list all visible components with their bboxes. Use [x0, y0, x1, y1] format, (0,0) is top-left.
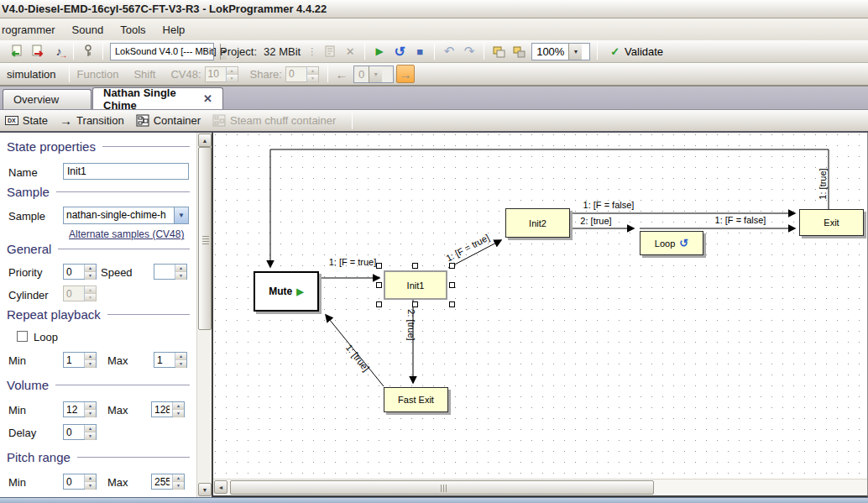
menu-sound[interactable]: Sound — [64, 20, 112, 39]
tab-nathan-single-chime[interactable]: Nathan Single Chime ✕ — [92, 87, 223, 109]
priority-stepper[interactable]: ▲▼ — [63, 264, 97, 280]
spin-buttons[interactable]: ▲▼ — [84, 474, 96, 489]
spin-down-icon[interactable]: ▼ — [85, 482, 96, 490]
spin-up-icon[interactable]: ▲ — [85, 286, 96, 294]
undo-button[interactable]: ↶ — [440, 42, 458, 60]
sound-flow-canvas[interactable]: 1: [true] 1: [F = true] 1: [F = true] 1:… — [212, 133, 868, 497]
close-tab-icon[interactable]: ✕ — [195, 92, 212, 105]
repeat-max-stepper[interactable]: ▲▼ — [154, 352, 187, 368]
spin-down-icon[interactable]: ▼ — [85, 432, 96, 440]
write-project-button[interactable] — [28, 42, 48, 60]
programmer-interface-button[interactable] — [79, 42, 97, 60]
spin-down-icon[interactable]: ▼ — [173, 410, 184, 417]
stop-button[interactable]: ■ — [410, 42, 429, 60]
canvas-hscrollbar[interactable]: ◄ — [213, 479, 867, 495]
add-steam-chuff-container-tool[interactable]: Steam chuff container — [212, 114, 336, 127]
play-button[interactable]: ▶ — [370, 42, 389, 60]
step-select[interactable]: 0 ▼ — [353, 65, 394, 83]
pitch-min-stepper[interactable]: ▲▼ — [63, 474, 97, 490]
menu-tools[interactable]: Tools — [112, 20, 154, 39]
tab-overview[interactable]: Overview — [3, 89, 92, 109]
spin-up-icon[interactable]: ▲ — [175, 265, 186, 272]
spin-down-icon[interactable]: ▼ — [85, 272, 96, 280]
delay-input[interactable] — [64, 425, 84, 439]
spin-buttons[interactable]: ▲▼ — [172, 402, 184, 417]
function-button-disabled[interactable]: Function — [77, 68, 119, 81]
add-transition-tool[interactable]: → Transition — [60, 113, 124, 128]
menu-programmer[interactable]: rogrammer — [0, 20, 64, 39]
properties-scrollbar[interactable]: ▲ ▼ — [196, 133, 212, 497]
open-project-button[interactable] — [6, 42, 26, 60]
volume-max-input[interactable] — [152, 402, 172, 417]
resize-handle-sw[interactable] — [376, 301, 382, 307]
scroll-down-icon[interactable]: ▼ — [198, 483, 212, 496]
spin-buttons[interactable]: ▲▼ — [84, 402, 96, 417]
spin-up-icon[interactable]: ▲ — [173, 402, 184, 410]
cylinder-stepper[interactable]: ▲▼ — [63, 286, 97, 301]
scrollbar-thumb[interactable] — [230, 480, 654, 495]
share-input[interactable] — [286, 67, 306, 81]
spin-up-icon[interactable]: ▲ — [85, 265, 96, 272]
refresh-button[interactable]: ↺ — [390, 42, 409, 60]
spin-up-icon[interactable]: ▲ — [85, 402, 96, 410]
volume-min-stepper[interactable]: ▲▼ — [63, 401, 97, 417]
spin-down-icon[interactable]: ▼ — [175, 272, 186, 280]
speed-stepper[interactable]: ▲▼ — [154, 264, 187, 280]
spin-up-icon[interactable]: ▲ — [307, 67, 318, 75]
sample-select[interactable]: nathan-single-chime-h ▼ — [63, 207, 189, 224]
spin-buttons[interactable]: ▲▼ — [84, 265, 96, 279]
menu-help[interactable]: Help — [154, 20, 194, 39]
spin-up-icon[interactable]: ▲ — [85, 425, 96, 432]
volume-max-stepper[interactable]: ▲▼ — [151, 401, 185, 417]
resize-handle-s[interactable] — [412, 301, 418, 307]
state-node-loop[interactable]: Loop ↺ — [640, 231, 703, 255]
shift-button-disabled[interactable]: Shift — [133, 68, 155, 81]
resize-handle-se[interactable] — [449, 301, 455, 307]
state-node-init2[interactable]: Init2 — [505, 208, 570, 238]
spin-down-icon[interactable]: ▼ — [173, 482, 184, 490]
scroll-left-icon[interactable]: ◄ — [214, 480, 227, 494]
spin-buttons[interactable]: ▲▼ — [175, 353, 186, 367]
cascade-windows-button[interactable] — [489, 42, 508, 60]
spin-up-icon[interactable]: ▲ — [173, 474, 184, 482]
redo-button[interactable]: ↷ — [460, 42, 478, 60]
pitch-max-stepper[interactable]: ▲▼ — [151, 474, 185, 490]
spin-down-icon[interactable]: ▼ — [175, 360, 186, 368]
chevron-down-icon[interactable]: ▼ — [369, 66, 382, 82]
resize-handle-n[interactable] — [412, 263, 418, 269]
repeat-max-input[interactable] — [154, 353, 175, 367]
state-node-mute[interactable]: Mute ▶ — [254, 271, 319, 312]
validate-button[interactable]: ✓ Validate — [603, 42, 671, 60]
cv48-spin-buttons[interactable]: ▲▼ — [226, 67, 238, 81]
priority-input[interactable] — [64, 265, 84, 279]
spin-down-icon[interactable]: ▼ — [227, 75, 238, 82]
spin-buttons[interactable]: ▲▼ — [175, 265, 186, 279]
tile-windows-button[interactable] — [510, 42, 528, 60]
spin-down-icon[interactable]: ▼ — [307, 75, 318, 82]
cylinder-input[interactable] — [64, 286, 84, 301]
resize-handle-e[interactable] — [449, 282, 455, 288]
share-spin-buttons[interactable]: ▲▼ — [306, 67, 318, 81]
resize-handle-ne[interactable] — [449, 263, 455, 269]
speed-input[interactable] — [154, 265, 175, 279]
resize-handle-nw[interactable] — [376, 263, 382, 269]
spin-buttons[interactable]: ▲▼ — [84, 353, 96, 367]
repeat-min-input[interactable] — [64, 353, 84, 367]
spin-buttons[interactable]: ▲▼ — [84, 286, 96, 301]
decoder-type-select[interactable]: LokSound V4.0 [--- MBit] ▼ — [110, 43, 214, 60]
spin-buttons[interactable]: ▲▼ — [84, 425, 96, 439]
zoom-select[interactable]: 100% ▼ — [531, 43, 590, 60]
cv48-stepper[interactable]: ▲▼ — [205, 66, 238, 82]
pitch-max-input[interactable] — [152, 474, 172, 489]
scroll-up-icon[interactable]: ▲ — [198, 134, 212, 147]
spin-up-icon[interactable]: ▲ — [85, 474, 96, 482]
chevron-down-icon[interactable]: ▼ — [174, 207, 188, 223]
resize-handle-w[interactable] — [376, 282, 382, 288]
state-node-exit[interactable]: Exit — [799, 209, 864, 236]
share-stepper[interactable]: ▲▼ — [285, 66, 319, 82]
step-forward-button[interactable]: → — [396, 65, 415, 83]
pitch-min-input[interactable] — [64, 474, 84, 489]
spin-down-icon[interactable]: ▼ — [85, 294, 96, 301]
repeat-min-stepper[interactable]: ▲▼ — [63, 352, 97, 368]
loop-checkbox[interactable] — [17, 331, 28, 342]
